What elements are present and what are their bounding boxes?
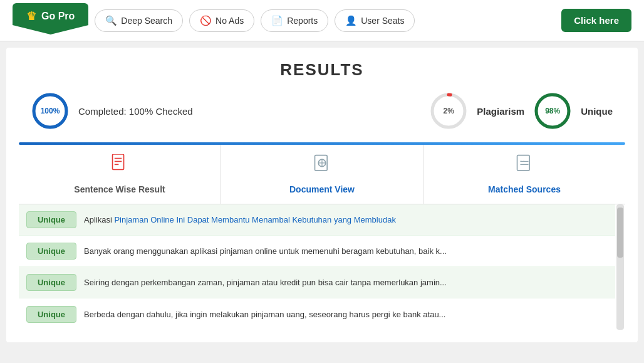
results-list: Unique Aplikasi Pinjaman Online Ini Dapa…: [19, 204, 615, 330]
scrollbar-thumb[interactable]: [617, 208, 623, 258]
completed-circle: 100%: [31, 92, 69, 130]
no-ads-button[interactable]: 🚫 No Ads: [189, 9, 254, 32]
go-pro-button[interactable]: ♛ Go Pro: [13, 3, 88, 34]
reports-button[interactable]: 📄 Reports: [261, 9, 328, 32]
deep-search-button[interactable]: 🔍 Deep Search: [95, 9, 183, 32]
matched-sources-icon: ←→: [513, 154, 536, 179]
tab-sentence-wise[interactable]: Sentence Wise Result: [19, 145, 221, 204]
unique-badge: Unique: [26, 243, 76, 260]
results-row: 100% Completed: 100% Checked 2% Plagiari…: [19, 92, 625, 130]
user-seats-button[interactable]: 👤 User Seats: [335, 9, 415, 32]
unique-circle: 98%: [534, 92, 571, 130]
unique-badge: Unique: [26, 306, 76, 323]
completed-label: Completed: 100% Checked: [78, 106, 193, 117]
tab-matched-sources[interactable]: ←→ Matched Sources: [423, 145, 625, 204]
tabs-row: Sentence Wise Result Document View: [19, 145, 625, 204]
tab-sentence-wise-label: Sentence Wise Result: [74, 184, 165, 194]
deep-search-icon: 🔍: [105, 15, 117, 26]
result-text: Banyak orang menggunakan aplikasi pinjam…: [84, 241, 615, 261]
reports-icon: 📄: [271, 15, 283, 26]
document-view-icon: [311, 154, 333, 179]
reports-label: Reports: [287, 16, 318, 26]
no-ads-label: No Ads: [216, 16, 244, 26]
result-text: Aplikasi Pinjaman Online Ini Dapat Memba…: [84, 210, 615, 229]
plagiarism-section: 2% Plagiarism 98% Unique: [430, 92, 613, 130]
click-here-button[interactable]: Click here: [561, 9, 631, 32]
sentence-wise-icon: [108, 154, 131, 179]
unique-badge: Unique: [26, 274, 76, 291]
results-table: Unique Aplikasi Pinjaman Online Ini Dapa…: [19, 204, 615, 330]
unique-percent: 98%: [545, 107, 560, 115]
table-row: Unique Aplikasi Pinjaman Online Ini Dapa…: [19, 204, 615, 236]
user-seats-icon: 👤: [345, 15, 357, 26]
plagiarism-circle: 2%: [430, 92, 467, 130]
top-bar: ♛ Go Pro 🔍 Deep Search 🚫 No Ads 📄 Report…: [0, 0, 644, 41]
result-text: Berbeda dengan dahulu, jika ingin melaku…: [84, 305, 615, 324]
plagiarism-percent: 2%: [444, 107, 454, 115]
unique-badge: Unique: [26, 211, 76, 228]
svg-text:←→: ←→: [520, 159, 525, 162]
go-pro-label: Go Pro: [41, 11, 75, 22]
user-seats-label: User Seats: [361, 16, 404, 26]
results-area: Unique Aplikasi Pinjaman Online Ini Dapa…: [19, 204, 625, 330]
table-row: Unique Banyak orang menggunakan aplikasi…: [19, 236, 615, 267]
unique-label: Unique: [581, 106, 613, 117]
scrollbar[interactable]: [616, 204, 624, 330]
no-ads-icon: 🚫: [200, 15, 212, 26]
plagiarism-label: Plagiarism: [477, 106, 524, 117]
main-content: RESULTS 100% Completed: 100% Checked: [6, 48, 638, 342]
table-row: Unique Seiring dengan perkembangan zaman…: [19, 267, 615, 298]
tab-matched-sources-label: Matched Sources: [488, 184, 561, 194]
crown-icon: ♛: [26, 9, 36, 23]
tab-document-view[interactable]: Document View: [221, 145, 423, 204]
results-title: RESULTS: [19, 60, 625, 80]
completed-percent: 100%: [41, 107, 60, 115]
deep-search-label: Deep Search: [121, 16, 172, 26]
click-here-label: Click here: [574, 15, 619, 26]
completed-section: 100% Completed: 100% Checked: [31, 92, 193, 130]
svg-rect-14: [517, 155, 530, 171]
table-row: Unique Berbeda dengan dahulu, jika ingin…: [19, 298, 615, 330]
tab-document-view-label: Document View: [289, 184, 355, 194]
result-text: Seiring dengan perkembangan zaman, pinja…: [84, 273, 615, 292]
